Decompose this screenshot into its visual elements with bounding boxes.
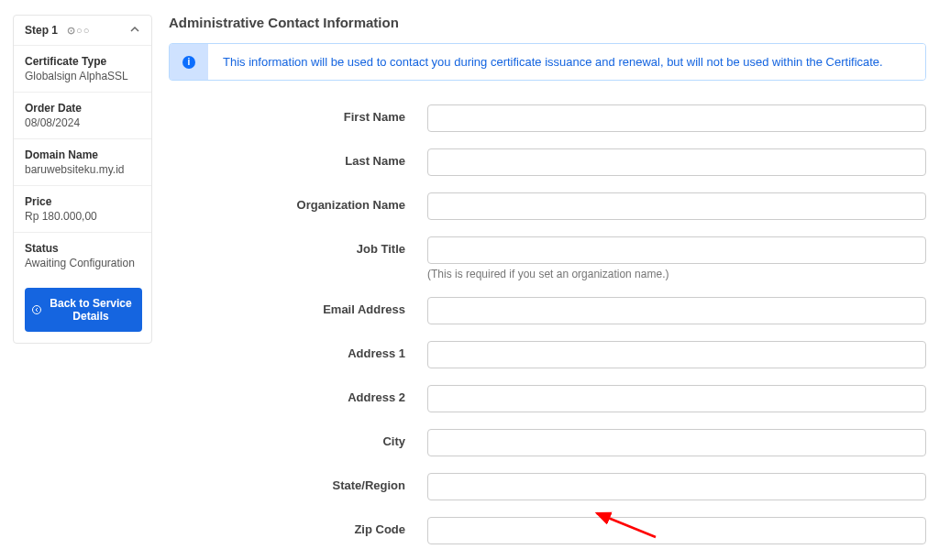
summary-row-domain-name: Domain Name baruwebsiteku.my.id	[14, 139, 151, 186]
address1-input[interactable]	[427, 341, 926, 368]
summary-label: Order Date	[25, 102, 140, 115]
info-banner-text: This information will be used to contact…	[208, 44, 925, 80]
sidebar: Step 1 ⊙○○ Certificate Type Globalsign A…	[13, 15, 152, 560]
address2-label: Address 2	[169, 385, 427, 404]
back-to-service-button[interactable]: Back to Service Details	[25, 288, 142, 332]
arrow-left-icon	[32, 304, 41, 315]
step-progress-dots: ⊙○○	[67, 25, 120, 37]
summary-value: baruwebsiteku.my.id	[25, 163, 140, 176]
organization-name-label: Organization Name	[169, 192, 427, 212]
first-name-input[interactable]	[427, 104, 926, 132]
summary-row-order-date: Order Date 08/08/2024	[14, 93, 151, 139]
job-title-input[interactable]	[427, 236, 926, 264]
summary-row-status: Status Awaiting Configuration	[14, 233, 151, 279]
summary-value: Awaiting Configuration	[25, 257, 140, 269]
step-header[interactable]: Step 1 ⊙○○	[14, 16, 151, 46]
main-content: Administrative Contact Information i Thi…	[169, 15, 926, 560]
zip-code-input[interactable]	[427, 517, 926, 544]
state-region-input[interactable]	[427, 473, 926, 500]
job-title-label: Job Title	[169, 236, 427, 256]
organization-name-input[interactable]	[427, 192, 926, 220]
info-icon-box: i	[170, 44, 208, 80]
section-title: Administrative Contact Information	[169, 15, 926, 30]
city-input[interactable]	[427, 429, 926, 456]
summary-value: Globalsign AlphaSSL	[25, 70, 140, 82]
email-address-label: Email Address	[169, 297, 427, 316]
summary-label: Domain Name	[25, 148, 140, 161]
summary-label: Status	[25, 242, 140, 255]
summary-value: 08/08/2024	[25, 116, 140, 129]
address1-label: Address 1	[169, 341, 427, 360]
info-icon: i	[182, 56, 195, 69]
summary-value: Rp 180.000,00	[25, 210, 140, 223]
email-address-input[interactable]	[427, 297, 926, 324]
address2-input[interactable]	[427, 385, 926, 412]
summary-row-price: Price Rp 180.000,00	[14, 186, 151, 233]
info-banner: i This information will be used to conta…	[169, 43, 926, 81]
svg-point-0	[33, 306, 41, 314]
city-label: City	[169, 429, 427, 448]
first-name-label: First Name	[169, 104, 427, 124]
back-button-label: Back to Service Details	[47, 297, 135, 323]
last-name-input[interactable]	[427, 148, 926, 176]
step-label: Step 1	[25, 24, 58, 37]
summary-label: Price	[25, 195, 140, 208]
last-name-label: Last Name	[169, 148, 427, 168]
state-region-label: State/Region	[169, 473, 427, 492]
summary-row-certificate-type: Certificate Type Globalsign AlphaSSL	[14, 46, 151, 93]
job-title-helper: (This is required if you set an organiza…	[427, 268, 926, 280]
summary-label: Certificate Type	[25, 55, 140, 68]
zip-code-label: Zip Code	[169, 517, 427, 536]
step-panel: Step 1 ⊙○○ Certificate Type Globalsign A…	[13, 15, 152, 344]
chevron-up-icon	[129, 23, 140, 38]
